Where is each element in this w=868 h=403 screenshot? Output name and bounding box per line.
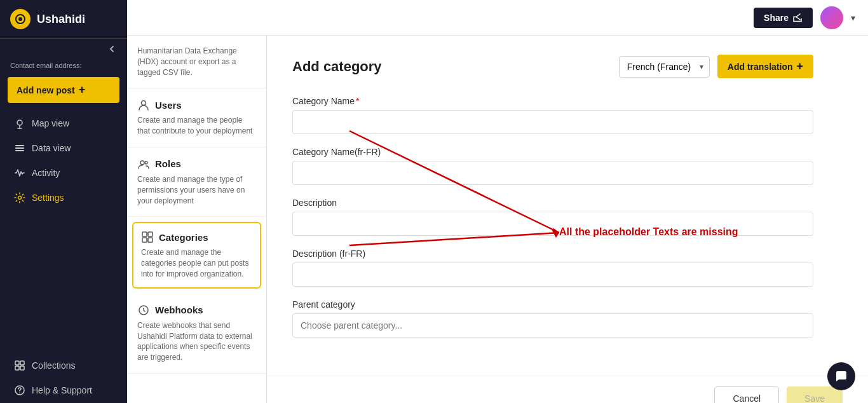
section-hdx[interactable]: Humanitarian Data Exchange (HDX) account…	[127, 36, 266, 88]
user-icon	[137, 99, 150, 111]
middle-panel: Humanitarian Data Exchange (HDX) account…	[127, 36, 267, 403]
svg-rect-5	[15, 150, 24, 151]
language-select-wrapper: French (France) English	[619, 56, 710, 78]
description-fr-label: Description (fr-FR)	[292, 249, 813, 259]
category-name-label: Category Name*	[292, 96, 813, 106]
category-name-fr-input[interactable]	[292, 161, 813, 185]
sidebar-item-data-view[interactable]: Data view	[4, 136, 123, 160]
section-roles[interactable]: Roles Create and manage the type of perm…	[127, 147, 266, 217]
cancel-button[interactable]: Cancel	[714, 386, 779, 403]
plus-icon: +	[79, 83, 86, 97]
sidebar-bottom: Collections Help & Support	[0, 353, 127, 403]
category-name-group: Category Name*	[292, 96, 813, 134]
svg-rect-7	[15, 361, 19, 365]
form-header: Add category French (France) English Add…	[292, 55, 813, 78]
form-title: Add category	[292, 58, 382, 75]
svg-rect-9	[15, 366, 19, 370]
svg-point-15	[145, 161, 147, 164]
app-name: Ushahidi	[37, 13, 85, 26]
svg-point-2	[17, 120, 22, 125]
section-categories[interactable]: Categories Create and manage the categor…	[132, 222, 261, 288]
add-new-post-button[interactable]: Add new post +	[8, 77, 119, 103]
parent-category-label: Parent category	[292, 299, 813, 310]
svg-point-12	[19, 392, 20, 393]
svg-rect-16	[142, 232, 147, 236]
sidebar-item-help-support[interactable]: Help & Support	[4, 378, 123, 402]
svg-point-14	[140, 161, 144, 165]
webhooks-icon	[137, 304, 150, 317]
parent-category-group: Parent category	[292, 299, 813, 338]
description-group: Description	[292, 198, 813, 236]
top-bar: Share ▾	[127, 0, 868, 36]
data-icon	[14, 142, 25, 154]
save-button[interactable]: Save	[787, 386, 843, 403]
category-name-input[interactable]	[292, 110, 813, 134]
svg-rect-3	[15, 145, 24, 146]
logo-area: Ushahidi	[0, 0, 127, 39]
logo-icon	[10, 9, 31, 29]
sidebar-item-settings[interactable]: Settings	[4, 186, 123, 210]
section-webhooks[interactable]: Webhooks Create webhooks that send Ushah…	[127, 294, 266, 374]
language-select[interactable]: French (France) English	[619, 56, 710, 78]
svg-point-6	[18, 196, 22, 200]
chevron-down-icon[interactable]: ▾	[851, 13, 855, 23]
svg-rect-4	[15, 147, 24, 149]
main-nav: Map view Data view Activity Settings	[0, 111, 127, 210]
section-users[interactable]: Users Create and manage the people that …	[127, 88, 266, 147]
add-category-form: Add category French (France) English Add…	[267, 36, 839, 369]
chat-icon	[835, 370, 848, 383]
category-name-fr-label: Category Name(fr-FR)	[292, 147, 813, 157]
svg-rect-8	[20, 361, 24, 365]
svg-point-13	[142, 101, 146, 106]
svg-rect-18	[142, 238, 147, 242]
avatar[interactable]	[820, 6, 843, 29]
contact-label: Contact email address:	[0, 59, 127, 74]
category-name-fr-group: Category Name(fr-FR)	[292, 147, 813, 185]
header-right: French (France) English Add translation …	[619, 55, 813, 78]
share-icon	[792, 13, 803, 23]
sidebar-item-map-view[interactable]: Map view	[4, 111, 123, 135]
sidebar-item-activity[interactable]: Activity	[4, 161, 123, 185]
description-fr-group: Description (fr-FR)	[292, 249, 813, 287]
sidebar-item-collections[interactable]: Collections	[4, 353, 123, 378]
content-area: Humanitarian Data Exchange (HDX) account…	[127, 36, 868, 403]
sidebar: Ushahidi Contact email address: Add new …	[0, 0, 127, 403]
map-icon	[14, 118, 25, 129]
chat-bubble-button[interactable]	[827, 362, 855, 390]
svg-point-1	[18, 17, 22, 21]
settings-icon	[14, 192, 25, 203]
description-label: Description	[292, 198, 813, 208]
main-content: Add category French (France) English Add…	[267, 36, 868, 403]
add-translation-button[interactable]: Add translation +	[717, 55, 813, 78]
svg-rect-10	[20, 366, 24, 370]
description-input[interactable]	[292, 212, 813, 236]
activity-icon	[14, 167, 25, 179]
help-icon	[14, 385, 25, 396]
form-footer: Cancel Save	[267, 376, 868, 403]
collapse-button[interactable]	[0, 39, 127, 59]
description-fr-input[interactable]	[292, 263, 813, 287]
share-button[interactable]: Share	[754, 8, 813, 28]
parent-category-input[interactable]	[292, 313, 813, 338]
plus-icon: +	[796, 60, 803, 73]
collections-icon	[14, 360, 25, 371]
svg-rect-19	[148, 238, 153, 242]
main-with-topbar: Share ▾ Humanitarian Data Exchange (HDX)…	[127, 0, 868, 403]
categories-icon	[141, 231, 154, 243]
roles-icon	[137, 158, 150, 170]
svg-rect-17	[148, 232, 153, 236]
